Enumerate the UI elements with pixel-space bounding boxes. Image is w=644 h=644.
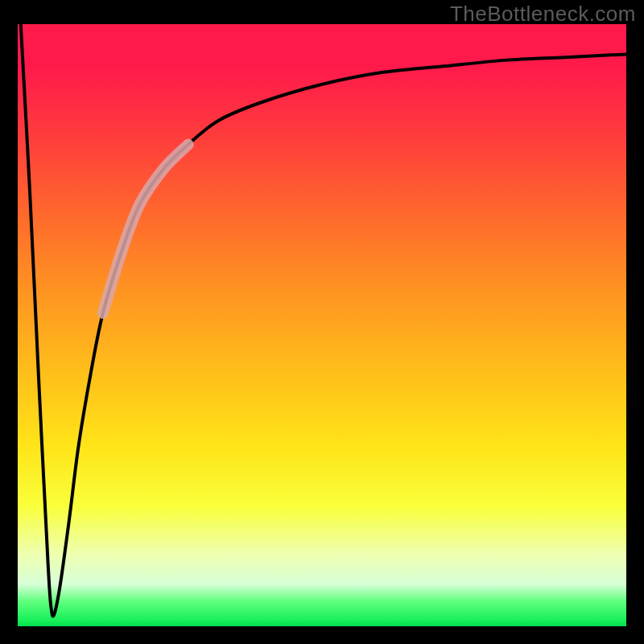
plot-frame: [18, 24, 626, 626]
chart-container: TheBottleneck.com: [0, 0, 644, 644]
watermark-text: TheBottleneck.com: [450, 2, 636, 27]
plot-background-gradient: [18, 24, 626, 626]
